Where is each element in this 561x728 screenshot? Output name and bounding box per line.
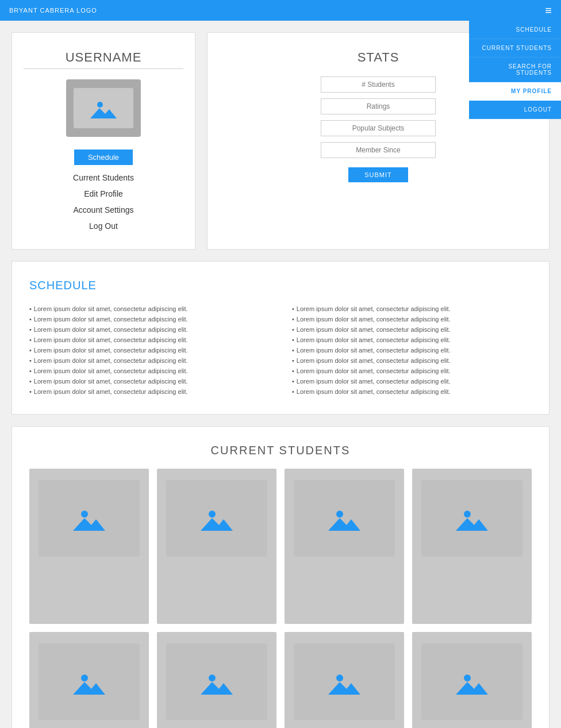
profile-link-account-settings[interactable]: Account Settings	[73, 204, 133, 216]
profile-image	[66, 79, 141, 137]
student-image	[294, 480, 395, 557]
header-logo: BRYANT CABRERA LOGO	[9, 7, 97, 14]
stats-popular-subjects-input[interactable]	[321, 120, 436, 136]
schedule-item: Lorem ipsum dolor sit amet, consectetur …	[29, 324, 269, 335]
students-section: CURRENT STUDENTS	[11, 426, 550, 728]
student-image	[166, 643, 268, 720]
student-image	[39, 480, 140, 557]
nav-item-schedule[interactable]: SCHEDULE	[469, 21, 561, 39]
schedule-item: Lorem ipsum dolor sit amet, consectetur …	[29, 376, 269, 386]
students-title: CURRENT STUDENTS	[29, 444, 532, 457]
schedule-item: Lorem ipsum dolor sit amet, consectetur …	[292, 355, 532, 366]
student-card[interactable]	[157, 632, 276, 728]
stats-students-input[interactable]	[321, 76, 436, 93]
profile-link-current-students[interactable]: Current Students	[73, 172, 134, 183]
student-image-icon	[455, 504, 489, 532]
schedule-columns: Lorem ipsum dolor sit amet, consectetur …	[29, 304, 532, 397]
student-image	[294, 643, 395, 720]
schedule-item: Lorem ipsum dolor sit amet, consectetur …	[292, 314, 532, 324]
svg-point-15	[336, 675, 343, 681]
student-image	[166, 480, 268, 557]
schedule-item: Lorem ipsum dolor sit amet, consectetur …	[29, 386, 269, 397]
svg-point-3	[81, 511, 88, 518]
students-grid	[29, 469, 532, 728]
student-image	[421, 643, 523, 720]
student-image-icon	[327, 504, 362, 532]
nav-overlay: SCHEDULE CURRENT STUDENTS SEARCH FOR STU…	[469, 21, 561, 119]
main-content: USERNAME Schedule Current Students Edit …	[0, 21, 561, 728]
student-card[interactable]	[29, 469, 149, 624]
schedule-item: Lorem ipsum dolor sit amet, consectetur …	[29, 314, 269, 324]
student-image-icon	[72, 504, 106, 532]
nav-item-current-students[interactable]: CURRENT STUDENTS	[469, 39, 561, 58]
schedule-item: Lorem ipsum dolor sit amet, consectetur …	[29, 355, 269, 366]
schedule-col-left: Lorem ipsum dolor sit amet, consectetur …	[29, 304, 269, 397]
schedule-section-title: SCHEDULE	[29, 279, 532, 292]
nav-item-logout[interactable]: LOGOUT	[469, 101, 561, 119]
schedule-item: Lorem ipsum dolor sit amet, consectetur …	[292, 376, 532, 386]
student-card[interactable]	[157, 469, 276, 624]
schedule-item: Lorem ipsum dolor sit amet, consectetur …	[292, 304, 532, 314]
student-card[interactable]	[412, 469, 532, 624]
profile-username: USERNAME	[24, 50, 183, 69]
student-image-icon	[199, 504, 234, 532]
stats-submit-button[interactable]: SUBMIT	[348, 167, 408, 182]
svg-point-17	[464, 675, 471, 681]
schedule-item: Lorem ipsum dolor sit amet, consectetur …	[29, 304, 269, 314]
stats-member-since-input[interactable]	[321, 142, 436, 158]
svg-point-5	[209, 511, 216, 518]
menu-icon[interactable]: ≡	[545, 5, 552, 16]
schedule-item: Lorem ipsum dolor sit amet, consectetur …	[292, 335, 532, 345]
profile-image-icon	[89, 97, 118, 120]
profile-card: USERNAME Schedule Current Students Edit …	[11, 32, 195, 250]
student-card[interactable]	[29, 632, 149, 728]
profile-link-logout[interactable]: Log Out	[89, 220, 118, 232]
student-image-icon	[327, 668, 362, 696]
schedule-item: Lorem ipsum dolor sit amet, consectetur …	[292, 324, 532, 335]
student-image-icon	[199, 668, 234, 696]
student-image-icon	[455, 668, 489, 696]
schedule-section: SCHEDULE Lorem ipsum dolor sit amet, con…	[11, 261, 550, 415]
svg-point-11	[81, 675, 88, 681]
profile-image-inner	[74, 88, 133, 128]
schedule-col-right: Lorem ipsum dolor sit amet, consectetur …	[292, 304, 532, 397]
schedule-item: Lorem ipsum dolor sit amet, consectetur …	[292, 386, 532, 397]
student-image-icon	[72, 668, 106, 696]
stats-title: STATS	[358, 50, 399, 65]
schedule-item: Lorem ipsum dolor sit amet, consectetur …	[29, 345, 269, 355]
student-card[interactable]	[412, 632, 532, 728]
svg-point-1	[97, 102, 103, 108]
header: BRYANT CABRERA LOGO ≡ SCHEDULE CURRENT S…	[0, 0, 561, 21]
svg-point-9	[464, 511, 471, 518]
schedule-item: Lorem ipsum dolor sit amet, consectetur …	[292, 366, 532, 376]
schedule-item: Lorem ipsum dolor sit amet, consectetur …	[292, 345, 532, 355]
nav-item-search-students[interactable]: SEARCH FOR STUDENTS	[469, 58, 561, 82]
svg-point-7	[336, 511, 343, 518]
profile-link-edit-profile[interactable]: Edit Profile	[84, 188, 123, 200]
schedule-item: Lorem ipsum dolor sit amet, consectetur …	[29, 335, 269, 345]
student-image	[39, 643, 140, 720]
schedule-button[interactable]: Schedule	[74, 150, 133, 165]
student-card[interactable]	[285, 632, 404, 728]
schedule-item: Lorem ipsum dolor sit amet, consectetur …	[29, 366, 269, 376]
student-card[interactable]	[285, 469, 404, 624]
stats-ratings-input[interactable]	[321, 98, 436, 114]
svg-point-13	[209, 675, 216, 681]
nav-item-my-profile[interactable]: MY PROFILE	[469, 82, 561, 101]
student-image	[421, 480, 523, 557]
